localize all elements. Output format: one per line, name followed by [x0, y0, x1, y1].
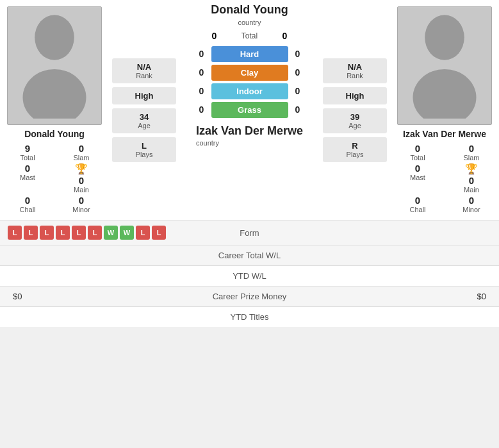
left-country-flag: country	[238, 19, 261, 26]
right-mast-value: 0 Mast	[393, 163, 442, 194]
left-high-box: High	[112, 87, 176, 104]
left-minor-value: 0 Minor	[57, 195, 106, 213]
form-badge-4: L	[72, 226, 86, 240]
right-stats-grid: 0 Total 0 Slam 0 Mast 🏆 0 Main 0	[393, 143, 496, 213]
middle-panel: Donald Young country 0 Total 0 0 Hard 0 …	[179, 0, 320, 220]
form-badge-6: W	[104, 226, 118, 240]
hard-right-score: 0	[288, 49, 307, 59]
svg-point-2	[425, 15, 464, 60]
left-rank-box: N/A Rank	[112, 58, 176, 83]
stats-center-0: Career Total W/L	[170, 251, 328, 260]
svg-point-3	[413, 69, 477, 119]
clay-row: 0 Clay 0	[179, 65, 320, 81]
form-badge-1: L	[24, 226, 38, 240]
bottom-stats-container: Career Total W/LYTD W/L$0Career Prize Mo…	[0, 245, 499, 327]
stats-row-0: Career Total W/L	[0, 245, 499, 265]
clay-button[interactable]: Clay	[211, 65, 288, 81]
left-slam-value: 0 Slam	[57, 143, 106, 162]
hard-button[interactable]: Hard	[211, 46, 288, 62]
svg-point-1	[23, 69, 86, 119]
right-plays-box: R Plays	[323, 137, 387, 162]
grass-right-score: 0	[288, 104, 307, 115]
left-player-name: Donald Young	[24, 129, 85, 139]
form-badge-9: L	[152, 226, 166, 240]
total-row: 0 Total 0	[179, 31, 320, 41]
form-badge-5: L	[88, 226, 102, 240]
right-slam-value: 0 Slam	[447, 143, 496, 162]
left-mast-value: 0 Mast	[3, 163, 52, 194]
left-plays-box: L Plays	[112, 137, 176, 162]
right-total-value: 0 Total	[393, 143, 442, 162]
stats-center-2: Career Prize Money	[170, 292, 328, 301]
form-badge-8: L	[136, 226, 150, 240]
total-right-score: 0	[275, 31, 295, 41]
indoor-button[interactable]: Indoor	[211, 83, 288, 99]
right-rank-box: N/A Rank	[323, 58, 387, 83]
total-label: Total	[224, 31, 275, 40]
left-avatar	[7, 6, 102, 125]
right-side-info: N/A Rank High 39 Age R Plays	[320, 0, 390, 220]
stats-left-2: $0	[13, 292, 170, 301]
left-total-value: 9 Total	[3, 143, 52, 162]
indoor-left-score: 0	[192, 86, 211, 96]
form-badges: LLLLLLWWLL	[8, 226, 227, 240]
left-stats-grid: 9 Total 0 Slam 0 Mast 🏆 0 Main 0	[3, 143, 106, 213]
left-player-card: Donald Young 9 Total 0 Slam 0 Mast 🏆 0	[0, 0, 109, 220]
indoor-right-score: 0	[288, 86, 307, 96]
stats-center-1: YTD W/L	[170, 271, 328, 281]
left-trophy-icon: 🏆	[75, 163, 88, 175]
right-high-box: High	[323, 87, 387, 104]
right-minor-value: 0 Minor	[447, 195, 496, 213]
left-name-center: Donald Young	[211, 3, 288, 17]
right-player-card: Izak Van Der Merwe 0 Total 0 Slam 0 Mast…	[390, 0, 499, 220]
hard-left-score: 0	[192, 49, 211, 59]
grass-row: 0 Grass 0	[179, 102, 320, 118]
main-container: Donald Young 9 Total 0 Slam 0 Mast 🏆 0	[0, 0, 499, 327]
form-badge-3: L	[56, 226, 70, 240]
left-side-info: N/A Rank High 34 Age L Plays	[109, 0, 179, 220]
stats-center-3: YTD Titles	[170, 312, 328, 322]
form-badge-2: L	[40, 226, 54, 240]
form-label: Form	[231, 228, 269, 238]
clay-right-score: 0	[288, 67, 307, 78]
stats-row-3: YTD Titles	[0, 306, 499, 327]
grass-button[interactable]: Grass	[211, 102, 288, 118]
left-age-box: 34 Age	[112, 108, 176, 133]
right-trophy-icon: 🏆	[465, 163, 478, 175]
right-chall-value: 0 Chall	[393, 195, 442, 213]
right-trophy: 🏆 0 Main	[447, 163, 496, 194]
right-name-center: Izak Van Der Merwe	[196, 124, 303, 138]
stats-row-2: $0Career Prize Money$0	[0, 286, 499, 306]
form-section: LLLLLLWWLL Form	[0, 220, 499, 245]
svg-point-0	[35, 15, 74, 60]
left-trophy: 🏆 0 Main	[57, 163, 106, 194]
grass-left-score: 0	[192, 104, 211, 115]
left-chall-value: 0 Chall	[3, 195, 52, 213]
hard-row: 0 Hard 0	[179, 46, 320, 62]
stats-row-1: YTD W/L	[0, 265, 499, 286]
right-country-flag: country	[196, 139, 303, 147]
player-comparison: Donald Young 9 Total 0 Slam 0 Mast 🏆 0	[0, 0, 499, 220]
form-badge-0: L	[8, 226, 22, 240]
indoor-row: 0 Indoor 0	[179, 83, 320, 99]
right-avatar	[397, 6, 492, 125]
right-player-name: Izak Van Der Merwe	[403, 129, 486, 139]
right-age-box: 39 Age	[323, 108, 387, 133]
right-name-center-spacer: Izak Van Der Merwe country	[196, 124, 303, 150]
clay-left-score: 0	[192, 67, 211, 78]
total-left-score: 0	[205, 31, 224, 41]
form-badge-7: W	[120, 226, 134, 240]
stats-right-2: $0	[329, 292, 486, 301]
